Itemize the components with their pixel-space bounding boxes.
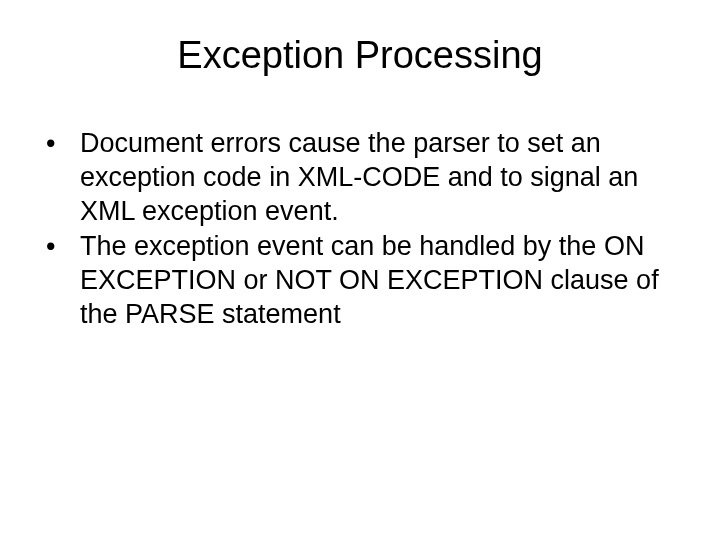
slide-title: Exception Processing	[38, 34, 682, 77]
bullet-list: Document errors cause the parser to set …	[38, 127, 682, 332]
bullet-item: Document errors cause the parser to set …	[38, 127, 682, 228]
bullet-item: The exception event can be handled by th…	[38, 230, 682, 331]
